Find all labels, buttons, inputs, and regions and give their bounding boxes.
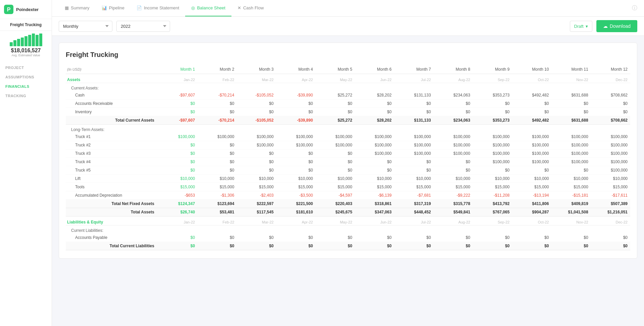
tab-income-statement-label: Income Statement [144, 5, 179, 10]
tab-pipeline[interactable]: 📊 Pipeline [96, 0, 130, 16]
tab-cash-flow[interactable]: ✕ Cash Flow [231, 0, 270, 16]
tab-summary[interactable]: ▦ Summary [59, 0, 96, 16]
total-cell-11: $409,819 [551, 200, 591, 208]
tab-pipeline-label: Pipeline [109, 5, 124, 10]
data-cell-7: $0 [394, 166, 433, 175]
section-month-9: Sep-22 [473, 74, 512, 83]
data-cell-1: $0 [158, 234, 198, 242]
data-cell-7: $100,000 [394, 141, 433, 149]
total-cell-3: $117,545 [237, 208, 276, 216]
section-month-2: Feb-22 [198, 74, 237, 83]
download-label: Download [610, 23, 631, 29]
data-cell-9: $0 [473, 166, 512, 175]
help-icon[interactable]: ⓘ [632, 5, 637, 12]
app-name: Poindexter [16, 7, 39, 12]
period-select[interactable]: Monthly Quarterly Annual [59, 21, 112, 32]
total-cell-1: $0 [158, 242, 198, 250]
tab-income-statement[interactable]: 📄 Income Statement [130, 0, 185, 16]
col-header-month1: Month 1 [158, 65, 198, 74]
data-row-label: Inventory [66, 108, 158, 116]
data-cell-1: -$97,607 [158, 91, 198, 100]
section-month-1: Jan-22 [158, 74, 198, 83]
sidebar-item-tracking[interactable]: TRACKING [0, 91, 52, 101]
total-cell-9: $767,065 [473, 208, 512, 216]
total-cell-3: $0 [237, 242, 276, 250]
section-month-12: Dec-22 [591, 74, 630, 83]
data-cell-6: $100,000 [355, 149, 394, 158]
sidebar-item-assumptions[interactable]: ASSUMPTIONS [0, 72, 52, 82]
data-cell-10: $0 [512, 100, 551, 108]
data-cell-6: $28,202 [355, 91, 394, 100]
tab-balance-sheet[interactable]: ◎ Balance Sheet [185, 0, 231, 16]
data-cell-8: $15,000 [434, 183, 473, 191]
data-cell-8: $10,000 [434, 175, 473, 183]
total-cell-6: $347,063 [355, 208, 394, 216]
chart-bar-7 [32, 34, 35, 46]
company-name: Freight Trucking [4, 22, 48, 27]
data-cell-3: $15,000 [237, 183, 276, 191]
total-cell-8: $315,778 [434, 200, 473, 208]
data-row-label: Truck #1 [66, 133, 158, 141]
sidebar-item-financials[interactable]: FINANCIALS [0, 82, 52, 91]
data-cell-8: $100,000 [434, 149, 473, 158]
subheader-label: Long-Term Assets: [66, 125, 158, 133]
data-cell-2: $0 [198, 149, 237, 158]
data-cell-9: $10,000 [473, 175, 512, 183]
section-month-8: Aug-22 [434, 74, 473, 83]
data-row-label: Truck #3 [66, 149, 158, 158]
sidebar-value-block: $18,016,527 Avg. Estimated Value [0, 48, 52, 58]
data-cell-10: $100,000 [512, 141, 551, 149]
sidebar-item-project[interactable]: PROJECT [0, 63, 52, 72]
data-cell-6: $0 [355, 158, 394, 166]
data-cell-10: $15,000 [512, 183, 551, 191]
section-label: Liabilities & Equity [66, 216, 158, 225]
data-cell-10: $100,000 [512, 149, 551, 158]
total-cell-1: $26,740 [158, 208, 198, 216]
year-select[interactable]: 2022 2023 2024 [116, 21, 170, 32]
total-cell-11: $631,688 [551, 116, 591, 125]
data-cell-8: $0 [434, 166, 473, 175]
data-cell-6: $0 [355, 234, 394, 242]
data-cell-6: $0 [355, 166, 394, 175]
draft-chevron-icon: ▾ [586, 24, 588, 29]
data-cell-4: $0 [276, 149, 316, 158]
total-cell-4: $181,610 [276, 208, 316, 216]
col-header-month9: Month 9 [473, 65, 512, 74]
total-cell-6: $318,861 [355, 200, 394, 208]
toolbar: Monthly Quarterly Annual 2022 2023 2024 … [52, 17, 644, 36]
total-cell-7: $131,133 [394, 116, 433, 125]
draft-selector[interactable]: Draft ▾ [570, 21, 592, 32]
data-cell-5: $10,000 [316, 175, 355, 183]
data-cell-11: $15,000 [551, 183, 591, 191]
data-cell-3: -$105,052 [237, 91, 276, 100]
data-cell-1: $10,000 [158, 175, 198, 183]
data-cell-4: $0 [276, 100, 316, 108]
data-cell-7: $0 [394, 108, 433, 116]
income-statement-icon: 📄 [137, 5, 142, 10]
total-cell-10: $492,482 [512, 116, 551, 125]
data-cell-3: $0 [237, 166, 276, 175]
data-cell-8: $234,063 [434, 91, 473, 100]
total-cell-5: $25,272 [316, 116, 355, 125]
data-cell-11: $0 [551, 108, 591, 116]
download-button[interactable]: ☁ Download [596, 20, 637, 32]
total-cell-6: $0 [355, 242, 394, 250]
data-cell-3: $0 [237, 158, 276, 166]
col-header-month11: Month 11 [551, 65, 591, 74]
section-month-12: Dec-22 [591, 216, 630, 225]
data-row-label: Accounts Payable [66, 234, 158, 242]
tab-balance-sheet-label: Balance Sheet [197, 5, 225, 10]
data-cell-3: $100,000 [237, 141, 276, 149]
data-cell-8: $100,000 [434, 141, 473, 149]
total-cell-1: -$97,607 [158, 116, 198, 125]
data-cell-12: $0 [591, 100, 630, 108]
data-cell-11: $100,000 [551, 158, 591, 166]
data-cell-4: $0 [276, 108, 316, 116]
total-cell-12: $0 [591, 242, 630, 250]
data-cell-2: $0 [198, 141, 237, 149]
col-header-month8: Month 8 [434, 65, 473, 74]
data-cell-9: $353,273 [473, 91, 512, 100]
total-cell-2: $53,481 [198, 208, 237, 216]
total-cell-4: $0 [276, 242, 316, 250]
total-row-label: Total Current Liabilities [66, 242, 158, 250]
